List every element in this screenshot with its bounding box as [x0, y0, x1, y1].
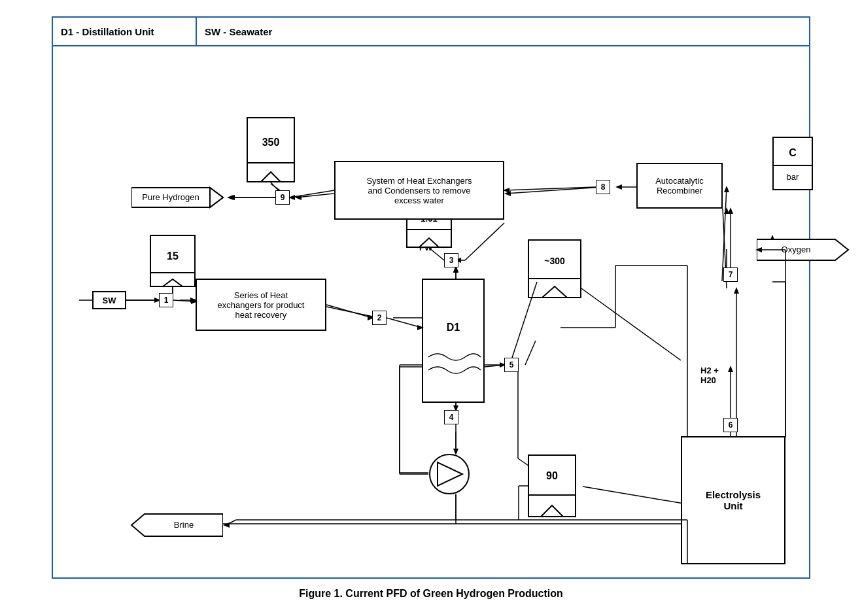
svg-line-37 — [506, 187, 602, 194]
autocatalytic-recombiner: AutocatalyticRecombiner — [636, 163, 723, 209]
svg-text:bar: bar — [787, 172, 799, 182]
oxygen-label: Oxygen — [757, 236, 861, 266]
svg-line-98 — [387, 318, 422, 328]
svg-marker-130 — [728, 366, 733, 372]
svg-text:90: 90 — [546, 470, 558, 481]
heat-exchanger-box: Series of Heatexchangers for productheat… — [196, 279, 326, 331]
node-5: 5 — [504, 358, 519, 372]
svg-line-13 — [465, 223, 504, 260]
tank-90: 90 — [528, 454, 576, 517]
svg-text:15: 15 — [167, 250, 179, 262]
node-8: 8 — [596, 180, 610, 194]
svg-line-114 — [226, 520, 236, 525]
svg-line-124 — [290, 190, 334, 197]
node-9: 9 — [275, 190, 290, 205]
h2-h20-label: H2 +H20 — [700, 366, 719, 385]
svg-line-50 — [583, 487, 687, 504]
svg-text:~300: ~300 — [544, 256, 565, 266]
svg-line-96 — [326, 305, 372, 318]
c-bar-box: C bar — [772, 137, 813, 190]
figure-caption: Figure 1. Current PFD of Green Hydrogen … — [52, 588, 810, 600]
svg-line-94 — [173, 300, 196, 301]
svg-marker-38 — [504, 191, 511, 196]
svg-line-122 — [504, 187, 596, 190]
svg-rect-74 — [773, 137, 812, 190]
node-4: 4 — [444, 410, 458, 424]
brine-label: Brine — [125, 512, 223, 541]
svg-text:C: C — [789, 147, 797, 158]
heat-condensers-box: System of Heat Exchangersand Condensers … — [334, 161, 504, 220]
diagram-header: D1 - Distillation Unit SW - Seawater — [53, 18, 809, 46]
node-7: 7 — [723, 267, 738, 282]
sw-label: SW — [92, 291, 126, 309]
tank-300: ~300 — [528, 239, 581, 298]
node-6: 6 — [723, 418, 738, 432]
svg-marker-40 — [295, 195, 302, 200]
svg-text:Oxygen: Oxygen — [782, 245, 811, 254]
svg-marker-115 — [223, 522, 230, 528]
svg-line-39 — [296, 194, 334, 197]
svg-line-25 — [525, 341, 536, 365]
svg-marker-32 — [734, 287, 739, 294]
svg-text:Brine: Brine — [174, 520, 194, 530]
pump — [428, 453, 470, 495]
svg-text:350: 350 — [262, 137, 280, 148]
node-1: 1 — [159, 293, 173, 307]
svg-marker-133 — [728, 207, 733, 214]
svg-text:D1: D1 — [447, 322, 460, 333]
svg-line-4 — [326, 307, 379, 318]
pure-hydrogen: Pure Hydrogen — [131, 184, 230, 213]
d1-column: D1 — [422, 279, 485, 403]
svg-text:Pure Hydrogen: Pure Hydrogen — [142, 192, 199, 202]
node-2: 2 — [372, 311, 387, 325]
tank-15: 15 — [150, 235, 196, 287]
header-left: D1 - Distillation Unit — [53, 18, 197, 45]
outer-wrapper: D1 - Distillation Unit SW - Seawater — [39, 3, 823, 613]
diagram-container: D1 - Distillation Unit SW - Seawater — [52, 16, 810, 579]
header-right: SW - Seawater — [197, 18, 809, 45]
svg-line-103 — [581, 288, 681, 360]
diagram-body: SW 15 1 Series of Heatexchangers for pro… — [53, 46, 809, 579]
svg-marker-34 — [724, 186, 729, 192]
electrolysis-unit: ElectrolysisUnit — [681, 436, 785, 564]
node-3: 3 — [444, 253, 458, 267]
svg-line-100 — [485, 365, 504, 367]
tank-350: 350 — [247, 117, 295, 182]
svg-rect-60 — [422, 279, 484, 402]
svg-marker-120 — [724, 207, 729, 214]
svg-marker-72 — [210, 188, 223, 207]
svg-marker-36 — [615, 184, 622, 190]
